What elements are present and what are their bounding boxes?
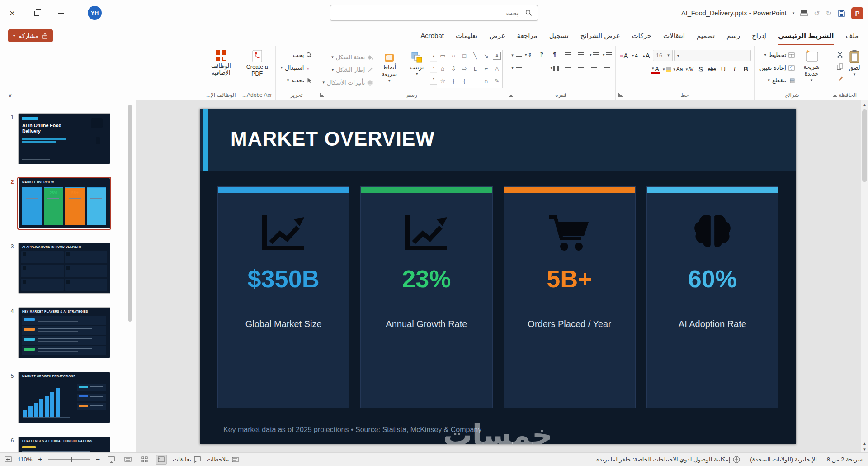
zoom-percent[interactable]: 110% [18,456,32,463]
tab-home[interactable]: الشريط الرئيسي [772,26,840,45]
normal-view-button[interactable] [156,455,167,465]
increase-indent-button[interactable] [563,50,573,60]
layout-button[interactable]: تخطيط ▾ [758,49,797,61]
shapes-scroll-up-icon[interactable]: ▴ [430,50,437,62]
tab-slideshow[interactable]: عرض الشرائح [575,26,626,45]
slide-thumbnail-5[interactable]: MARKET GROWTH PROJECTIONS [18,372,110,423]
arrange-button[interactable]: ترتيب ▾ [404,50,430,88]
tab-transitions[interactable]: انتقالات [657,26,691,45]
shape-freeform-icon[interactable]: ✎ [491,75,502,86]
text-shadow-button[interactable]: S [696,64,706,74]
tab-acrobat[interactable]: Acrobat [415,26,450,45]
tab-file[interactable]: ملف [840,26,864,45]
language-indicator[interactable]: الإنجليزية (الولايات المتحدة) [750,456,816,463]
shape-arrow-right-icon[interactable]: ⇨ [459,63,470,74]
find-button[interactable]: بحث [279,49,314,61]
slide-editor[interactable]: MARKET OVERVIEW $350B Global Market Size… [200,109,796,444]
font-dialog-launcher-icon[interactable] [618,93,623,97]
copy-button[interactable] [835,62,844,71]
slide-thumbnail-6[interactable]: CHALLENGES & ETHICAL CONSIDERATIONS [18,437,110,452]
columns-button[interactable]: ▾ [550,63,560,73]
shapes-more-icon[interactable]: ▾ [430,73,437,84]
shape-arrow-down-icon[interactable]: ⇩ [448,63,459,74]
italic-button[interactable]: I [730,64,740,74]
title-chevron-icon[interactable]: ▾ [793,11,795,15]
character-spacing-button[interactable]: AV▾ [684,64,694,74]
shape-oval-icon[interactable]: ○ [448,50,459,62]
shape-left-brace-icon[interactable]: { [459,75,470,86]
shapes-gallery[interactable]: ▭ ○ □ ╲ ↘ A ⌂ ⇩ ⇨ L ⌐ △ ☆ } { ~ ∩ ✎ [437,50,503,88]
convert-smartart-button[interactable]: ▾ [509,62,524,74]
create-pdf-button[interactable]: Create a PDF [242,48,272,77]
previous-slide-button[interactable]: ▲ [863,442,867,446]
search-input[interactable] [330,5,538,20]
slide-thumbnail-2[interactable]: MARKET OVERVIEW $350B 23% 5B+ 60% [18,178,110,229]
font-color-button[interactable]: A▾ [651,65,660,74]
shape-elbow-connector-icon[interactable]: L [470,63,481,74]
text-direction-ltr-button[interactable]: ¶ [550,50,560,60]
shape-triangle-icon[interactable]: △ [491,63,502,74]
scroll-up-icon[interactable]: ▴ [861,100,868,109]
canvas-scrollbar[interactable]: ▴ ▲ ▼ [861,100,868,452]
section-button[interactable]: مقطع ▾ [758,75,797,86]
ribbon-display-options-icon[interactable] [800,10,808,16]
clipboard-dialog-launcher-icon[interactable] [833,93,837,97]
quick-styles-button[interactable]: أنماط سريعة ▾ [375,50,404,88]
canvas-scrollbar-thumb[interactable] [862,109,867,182]
bullets-button[interactable]: ▾ [602,50,612,60]
close-window-button[interactable]: × [6,7,18,19]
align-right-button[interactable] [602,63,612,73]
shape-pentagon-icon[interactable]: ⌂ [437,63,448,74]
share-button[interactable]: ▾ مشاركة [8,29,53,42]
slide-thumbnail-1[interactable]: AI in Online Food Delivery [18,113,110,164]
new-slide-button[interactable]: شريحة جديدة ▾ [797,48,826,82]
paragraph-dialog-launcher-icon[interactable] [509,93,513,97]
tab-insert[interactable]: إدراج [746,26,772,45]
replace-button[interactable]: bc استبدال ▾ [279,62,314,73]
zoom-in-button[interactable]: + [38,456,42,464]
tab-draw[interactable]: رسم [721,26,746,45]
slide-thumbnail-4[interactable]: KEY MARKET PLAYERS & AI STRATEGIES [18,307,110,358]
cut-button[interactable] [835,51,844,59]
undo-icon[interactable]: ↺ [814,9,820,18]
bold-button[interactable]: B [741,64,751,74]
tab-record[interactable]: تسجيل [543,26,575,45]
tab-design[interactable]: تصميم [691,26,721,45]
collapse-ribbon-icon[interactable]: ∨ [8,92,12,99]
reading-view-button[interactable] [123,455,133,465]
shape-arrow-line-icon[interactable]: ↘ [481,50,491,62]
fit-slide-to-window-icon[interactable] [5,456,12,463]
shape-curve-icon[interactable]: ~ [470,75,481,86]
slide-sorter-view-button[interactable] [139,455,150,465]
highlight-color-button[interactable]: ▾ [662,64,672,74]
numbering-button[interactable]: ▾ [589,50,599,60]
clear-formatting-button[interactable]: A [619,51,629,61]
addins-button[interactable]: الوظائف الإضافية [207,48,236,76]
thumbnail-panel-scrollbar[interactable] [128,100,132,452]
format-painter-button[interactable] [835,74,844,82]
shape-line-icon[interactable]: ╲ [470,50,481,62]
font-size-combobox[interactable]: 16▾ [653,50,673,61]
slideshow-view-button[interactable] [106,455,117,465]
zoom-out-button[interactable]: − [96,456,100,464]
tab-help[interactable]: تعليمات [450,26,483,45]
restore-window-button[interactable] [31,7,42,19]
shape-star-icon[interactable]: ☆ [437,75,448,86]
align-center-button[interactable] [589,63,599,73]
justify-button[interactable] [563,63,573,73]
shape-right-brace-icon[interactable]: } [448,75,459,86]
drawing-dialog-launcher-icon[interactable] [320,93,324,97]
underline-button[interactable]: U [718,64,728,74]
decrease-indent-button[interactable] [576,50,586,60]
zoom-slider[interactable] [48,459,90,460]
font-name-combobox[interactable]: ▾ [674,50,751,61]
save-icon[interactable] [838,10,845,17]
select-button[interactable]: تحديد ▾ [279,75,314,86]
shape-fill-button[interactable]: تعبئة الشكل ▾ [321,52,375,63]
notes-button[interactable]: ملاحظات [207,456,239,463]
zoom-slider-thumb[interactable] [71,457,72,462]
tab-view[interactable]: عرض [483,26,511,45]
stat-card-orders[interactable]: 5B+ Orders Placed / Year [504,186,636,408]
paste-button[interactable]: لصق ▾ [847,48,862,76]
slide-thumbnail-3[interactable]: AI APPLICATIONS IN FOOD DELIVERY [18,243,110,294]
